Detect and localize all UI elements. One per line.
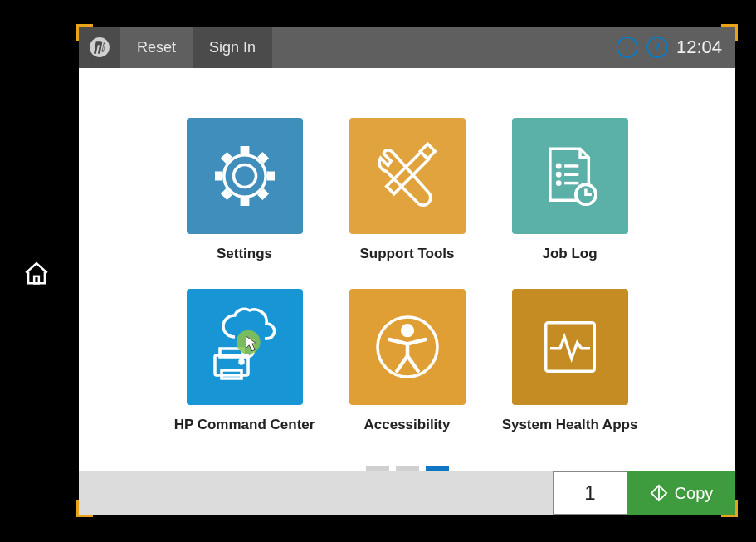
home-content: Settings Support Tools (79, 68, 735, 471)
corner-decoration (76, 24, 90, 37)
home-button[interactable] (20, 257, 53, 291)
tile-label: HP Command Center (174, 417, 315, 433)
home-icon (22, 260, 51, 288)
svg-point-7 (557, 182, 559, 184)
copy-button-label: Copy (675, 484, 714, 503)
reset-label: Reset (137, 39, 176, 56)
touchscreen: Reset Sign In i ? 12:04 Setti (79, 27, 735, 515)
signin-label: Sign In (209, 39, 256, 56)
svg-rect-4 (420, 144, 435, 159)
header-right: i ? 12:04 (617, 37, 735, 58)
tile-system-health-apps[interactable]: System Health Apps (491, 289, 649, 433)
tile-icon-box (512, 289, 628, 405)
hp-logo-icon (88, 36, 111, 59)
help-icon[interactable]: ? (646, 37, 668, 58)
tools-icon (370, 139, 445, 213)
accessibility-icon (370, 310, 445, 384)
info-icon[interactable]: i (617, 37, 638, 58)
tile-icon-box (349, 289, 466, 405)
tile-label: Support Tools (360, 246, 455, 262)
tile-accessibility[interactable]: Accessibility (329, 289, 486, 433)
tile-settings[interactable]: Settings (166, 118, 324, 262)
svg-point-3 (223, 155, 265, 197)
svg-point-19 (402, 325, 412, 336)
tile-label: Accessibility (364, 417, 451, 433)
tile-job-log[interactable]: Job Log (491, 118, 649, 262)
svg-point-2 (233, 165, 256, 188)
cloud-printer-icon (203, 305, 286, 388)
corner-decoration (76, 504, 90, 517)
joblog-icon (534, 140, 606, 212)
copy-button[interactable]: Copy (627, 471, 735, 515)
copy-count-value: 1 (584, 481, 595, 505)
tile-label: System Health Apps (502, 417, 638, 433)
start-diamond-icon (650, 484, 668, 502)
header-bar: Reset Sign In i ? 12:04 (79, 27, 735, 68)
clock: 12:04 (676, 37, 722, 58)
svg-rect-0 (34, 276, 39, 284)
svg-point-16 (240, 360, 243, 364)
tile-icon-box (512, 118, 628, 234)
copy-count-input[interactable]: 1 (553, 471, 627, 515)
svg-point-5 (557, 164, 559, 167)
tile-label: Job Log (542, 246, 597, 262)
app-grid: Settings Support Tools (166, 68, 649, 433)
corner-decoration (724, 504, 738, 517)
reset-button[interactable]: Reset (120, 27, 193, 68)
tile-icon-box (187, 289, 303, 405)
pulse-icon (534, 311, 606, 383)
corner-decoration (724, 24, 738, 37)
tile-hp-command-center[interactable]: HP Command Center (166, 289, 324, 433)
signin-button[interactable]: Sign In (193, 27, 272, 68)
footer-bar: 1 Copy (79, 471, 735, 515)
svg-rect-14 (220, 349, 243, 357)
svg-point-6 (557, 173, 559, 176)
tile-support-tools[interactable]: Support Tools (329, 118, 486, 262)
tile-icon-box (349, 118, 466, 234)
tile-label: Settings (217, 246, 272, 262)
gear-icon (207, 139, 282, 213)
tile-icon-box (187, 118, 303, 234)
